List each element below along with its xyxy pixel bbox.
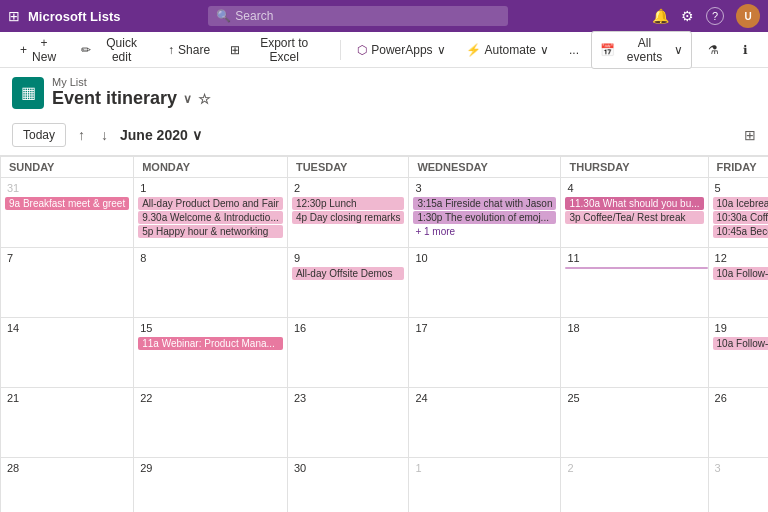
automate-button[interactable]: ⚡ Automate ∨	[458, 39, 557, 61]
cal-toolbar: Today ↑ ↓ June 2020 ∨ ⊞	[0, 115, 768, 156]
favorite-star[interactable]: ☆	[198, 91, 211, 107]
cal-day-number: 8	[136, 250, 150, 266]
cal-day-number: 3	[711, 460, 725, 476]
event-pill[interactable]: 10a Icebreaker Sessions 1 - 4	[713, 197, 768, 210]
prev-arrow[interactable]: ↑	[74, 125, 89, 145]
cal-cell: 1210a Follow-up Meeting with MVPs	[709, 248, 768, 318]
cal-cell: 1910a Follow-up Meeting with...	[709, 318, 768, 388]
cal-day-number: 2	[563, 460, 577, 476]
more-button[interactable]: ...	[561, 39, 587, 61]
event-pill[interactable]: 10:45a Become a Person of...	[713, 225, 768, 238]
cal-day-number: 22	[136, 390, 156, 406]
all-events-button[interactable]: 📅 All events ∨	[591, 31, 692, 69]
automate-icon: ⚡	[466, 43, 481, 57]
list-icon: ▦	[12, 77, 44, 109]
list-header: ▦ My List Event itinerary ∨ ☆	[0, 68, 768, 115]
cal-cell: 16	[288, 318, 409, 388]
event-pill[interactable]: 11.30a What should you bu...	[565, 197, 703, 210]
event-pill[interactable]: 10a Follow-up Meeting with MVPs	[713, 267, 768, 280]
separator	[340, 40, 341, 60]
filter-button[interactable]: ⚗	[700, 39, 727, 61]
event-pill[interactable]: 10a Follow-up Meeting with...	[713, 337, 768, 350]
calendar-icon: 📅	[600, 43, 615, 57]
info-button[interactable]: ℹ	[735, 39, 756, 61]
month-label[interactable]: June 2020 ∨	[120, 127, 202, 143]
share-icon: ↑	[168, 43, 174, 57]
cal-day-header: Tuesday	[288, 157, 409, 178]
cal-cell: 29	[134, 458, 288, 512]
cal-cell: 11	[561, 248, 708, 318]
event-pill[interactable]: All-day Product Demo and Fair	[138, 197, 283, 210]
event-pill[interactable]: All-day Offsite Demos	[292, 267, 404, 280]
powerapps-chevron: ∨	[437, 43, 446, 57]
cal-day-number: 10	[411, 250, 431, 266]
event-pill[interactable]: 3p Coffee/Tea/ Rest break	[565, 211, 703, 224]
cal-day-number: 31	[3, 180, 23, 196]
cal-day-number: 24	[411, 390, 431, 406]
cal-day-number: 9	[290, 250, 304, 266]
cal-day-header: Wednesday	[409, 157, 561, 178]
next-arrow[interactable]: ↓	[97, 125, 112, 145]
new-button[interactable]: + + New	[12, 32, 69, 68]
cal-cell: 1	[409, 458, 561, 512]
title-chevron[interactable]: ∨	[183, 92, 192, 106]
event-pill[interactable]: 1:30p The evolution of emoj...	[413, 211, 556, 224]
cal-cell: 9All-day Offsite Demos	[288, 248, 409, 318]
cal-cell: 28	[1, 458, 134, 512]
cal-cell: 18	[561, 318, 708, 388]
event-pill[interactable]	[565, 267, 707, 269]
toolbar: + + New ✏ Quick edit ↑ Share ⊞ Export to…	[0, 32, 768, 68]
event-pill[interactable]: 3:15a Fireside chat with Jason	[413, 197, 556, 210]
event-pill[interactable]: 4p Day closing remarks	[292, 211, 404, 224]
avatar[interactable]: U	[736, 4, 760, 28]
bell-icon[interactable]: 🔔	[652, 8, 669, 24]
cal-cell: 8	[134, 248, 288, 318]
today-button[interactable]: Today	[12, 123, 66, 147]
grid-icon: ▦	[21, 83, 36, 102]
view-toggle[interactable]: ⊞	[744, 127, 756, 143]
cal-day-number: 18	[563, 320, 583, 336]
search-icon: 🔍	[216, 9, 231, 23]
cal-cell: 17	[409, 318, 561, 388]
quick-edit-button[interactable]: ✏ Quick edit	[73, 32, 156, 68]
cal-day-header: Monday	[134, 157, 288, 178]
breadcrumb: My List	[52, 76, 211, 88]
cal-day-number: 4	[563, 180, 577, 196]
cal-cell: 22	[134, 388, 288, 458]
cal-cell: 319a Breakfast meet & greet	[1, 178, 134, 248]
cal-day-number: 14	[3, 320, 23, 336]
help-icon[interactable]: ?	[706, 7, 724, 25]
list-title-area: My List Event itinerary ∨ ☆	[52, 76, 211, 109]
cal-cell: 411.30a What should you bu...3p Coffee/T…	[561, 178, 708, 248]
cal-day-number: 1	[411, 460, 425, 476]
cal-day-number: 3	[411, 180, 425, 196]
cal-day-number: 23	[290, 390, 310, 406]
cal-cell: 10	[409, 248, 561, 318]
event-pill[interactable]: 12:30p Lunch	[292, 197, 404, 210]
search-box[interactable]: 🔍	[208, 6, 508, 26]
cal-day-number: 1	[136, 180, 150, 196]
calendar-grid: SundayMondayTuesdayWednesdayThursdayFrid…	[0, 156, 768, 512]
export-button[interactable]: ⊞ Export to Excel	[222, 32, 332, 68]
event-pill[interactable]: 9.30a Welcome & Introductio...	[138, 211, 283, 224]
event-pill[interactable]: 5p Happy hour & networking	[138, 225, 283, 238]
nav-icons: 🔔 ⚙ ? U	[652, 4, 760, 28]
event-pill[interactable]: 10:30a Coffee/Tea/Rest break	[713, 211, 768, 224]
cal-day-number: 2	[290, 180, 304, 196]
powerapps-button[interactable]: ⬡ PowerApps ∨	[349, 39, 453, 61]
info-icon: ℹ	[743, 43, 748, 57]
event-pill[interactable]: 11a Webinar: Product Mana...	[138, 337, 283, 350]
event-pill[interactable]: 9a Breakfast meet & greet	[5, 197, 129, 210]
cal-day-number: 25	[563, 390, 583, 406]
cal-day-number: 19	[711, 320, 731, 336]
gear-icon[interactable]: ⚙	[681, 8, 694, 24]
app-grid-icon[interactable]: ⊞	[8, 8, 20, 24]
search-input[interactable]	[235, 9, 500, 23]
export-icon: ⊞	[230, 43, 240, 57]
automate-chevron: ∨	[540, 43, 549, 57]
more-events-link[interactable]: + 1 more	[411, 225, 558, 238]
app-name: Microsoft Lists	[28, 9, 120, 24]
cal-day-number: 5	[711, 180, 725, 196]
share-button[interactable]: ↑ Share	[160, 39, 218, 61]
new-icon: +	[20, 43, 27, 57]
